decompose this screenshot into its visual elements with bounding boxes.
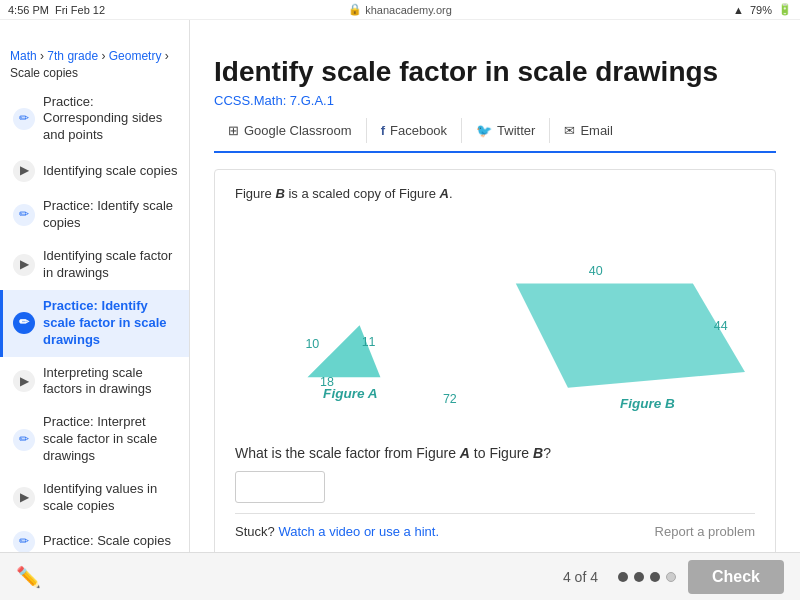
sidebar-item-item-9[interactable]: ✏ Practice: Scale copies <box>0 523 189 552</box>
answer-input[interactable] <box>235 471 325 503</box>
email-icon: ✉ <box>564 123 575 138</box>
status-bar: 4:56 PM Fri Feb 12 🔒 khanacademy.org ▲ 7… <box>0 0 800 20</box>
sidebar-icon-item-5: ✏ <box>13 312 35 334</box>
battery-icon: 🔋 <box>778 3 792 16</box>
breadcrumb: Math › 7th grade › Geometry › Scale copi… <box>0 40 189 86</box>
sidebar-icon-item-1: ✏ <box>13 108 35 130</box>
check-button[interactable]: Check <box>688 560 784 594</box>
lock-icon: 🔒 <box>348 3 362 16</box>
sidebar-item-item-3[interactable]: ✏ Practice: Identify scale copies <box>0 190 189 240</box>
sidebar-item-item-7[interactable]: ✏ Practice: Interpret scale factor in sc… <box>0 406 189 473</box>
status-time: 4:56 PM <box>8 4 49 16</box>
hint-link[interactable]: Watch a video or use a hint. <box>278 524 439 539</box>
sidebar: Math › 7th grade › Geometry › Scale copi… <box>0 20 190 552</box>
bottom-bar-left: ✏️ <box>16 565 41 589</box>
breadcrumb-topic: Scale copies <box>10 66 78 80</box>
breadcrumb-geometry[interactable]: Geometry <box>109 49 162 63</box>
facebook-icon: f <box>381 123 385 138</box>
sidebar-icon-item-2: ▶ <box>13 160 35 182</box>
sidebar-item-item-8[interactable]: ▶ Identifying values in scale copies <box>0 473 189 523</box>
progress-dot-1 <box>618 572 628 582</box>
figure-b-label: Figure B <box>620 396 675 411</box>
share-bar: ⊞ Google Classroom f Facebook 🐦 Twitter … <box>214 118 776 153</box>
svg-text:10: 10 <box>305 337 319 351</box>
ccss-link[interactable]: CCSS.Math: 7.G.A.1 <box>214 93 334 108</box>
share-email[interactable]: ✉ Email <box>550 118 627 143</box>
breadcrumb-grade[interactable]: 7th grade <box>47 49 98 63</box>
svg-text:72: 72 <box>443 392 457 406</box>
share-facebook[interactable]: f Facebook <box>367 118 462 143</box>
progress-dot-4 <box>666 572 676 582</box>
twitter-icon: 🐦 <box>476 123 492 138</box>
share-twitter[interactable]: 🐦 Twitter <box>462 118 550 143</box>
figures-svg: Figure A 10 11 18 72 Figure B 40 44 <box>245 221 745 429</box>
pencil-tool-icon[interactable]: ✏️ <box>16 565 41 589</box>
svg-marker-0 <box>308 325 381 377</box>
sidebar-icon-item-9: ✏ <box>13 531 35 552</box>
sidebar-icon-item-7: ✏ <box>13 429 35 451</box>
page-title: Identify scale factor in scale drawings <box>214 56 776 88</box>
sidebar-item-item-6[interactable]: ▶ Interpreting scale factors in drawings <box>0 357 189 407</box>
report-problem-link[interactable]: Report a problem <box>655 524 755 539</box>
sidebar-label-item-7: Practice: Interpret scale factor in scal… <box>43 414 179 465</box>
progress-dot-3 <box>650 572 660 582</box>
svg-text:11: 11 <box>362 335 376 349</box>
progress-dot-2 <box>634 572 644 582</box>
sidebar-label-item-2: Identifying scale copies <box>43 163 177 180</box>
problem-box: Figure B is a scaled copy of Figure A. F… <box>214 169 776 552</box>
sidebar-item-item-4[interactable]: ▶ Identifying scale factor in drawings <box>0 240 189 290</box>
main-content: Identify scale factor in scale drawings … <box>190 20 800 552</box>
svg-text:18: 18 <box>320 375 334 389</box>
google-classroom-icon: ⊞ <box>228 123 239 138</box>
progress-dots <box>618 572 676 582</box>
figures-container: Figure A 10 11 18 72 Figure B 40 44 <box>235 211 755 445</box>
wifi-icon: ▲ <box>733 4 744 16</box>
sidebar-label-item-4: Identifying scale factor in drawings <box>43 248 179 282</box>
sidebar-item-item-5[interactable]: ✏ Practice: Identify scale factor in sca… <box>0 290 189 357</box>
progress-text: 4 of 4 <box>563 569 598 585</box>
stuck-text: Stuck? Watch a video or use a hint. <box>235 524 439 539</box>
sidebar-item-item-2[interactable]: ▶ Identifying scale copies <box>0 152 189 190</box>
question-text: What is the scale factor from Figure A t… <box>235 445 755 461</box>
status-day: Fri Feb 12 <box>55 4 105 16</box>
stuck-bar: Stuck? Watch a video or use a hint. Repo… <box>235 513 755 549</box>
sidebar-label-item-9: Practice: Scale copies <box>43 533 171 550</box>
sidebar-items-container: ✏ Practice: Corresponding sides and poin… <box>0 86 189 552</box>
sidebar-icon-item-6: ▶ <box>13 370 35 392</box>
bottom-bar: ✏️ 4 of 4 Check <box>0 552 800 600</box>
sidebar-icon-item-3: ✏ <box>13 204 35 226</box>
sidebar-label-item-5: Practice: Identify scale factor in scale… <box>43 298 179 349</box>
sidebar-item-item-1[interactable]: ✏ Practice: Corresponding sides and poin… <box>0 86 189 153</box>
svg-text:40: 40 <box>589 264 603 278</box>
sidebar-label-item-8: Identifying values in scale copies <box>43 481 179 515</box>
share-google-classroom[interactable]: ⊞ Google Classroom <box>214 118 367 143</box>
sidebar-label-item-6: Interpreting scale factors in drawings <box>43 365 179 399</box>
battery-text: 79% <box>750 4 772 16</box>
sidebar-label-item-3: Practice: Identify scale copies <box>43 198 179 232</box>
breadcrumb-math[interactable]: Math <box>10 49 37 63</box>
svg-text:44: 44 <box>714 319 728 333</box>
sidebar-label-item-1: Practice: Corresponding sides and points <box>43 94 179 145</box>
url-text: khanacademy.org <box>365 4 452 16</box>
svg-marker-5 <box>516 283 745 387</box>
figure-description: Figure B is a scaled copy of Figure A. <box>235 186 755 201</box>
sidebar-icon-item-4: ▶ <box>13 254 35 276</box>
sidebar-icon-item-8: ▶ <box>13 487 35 509</box>
